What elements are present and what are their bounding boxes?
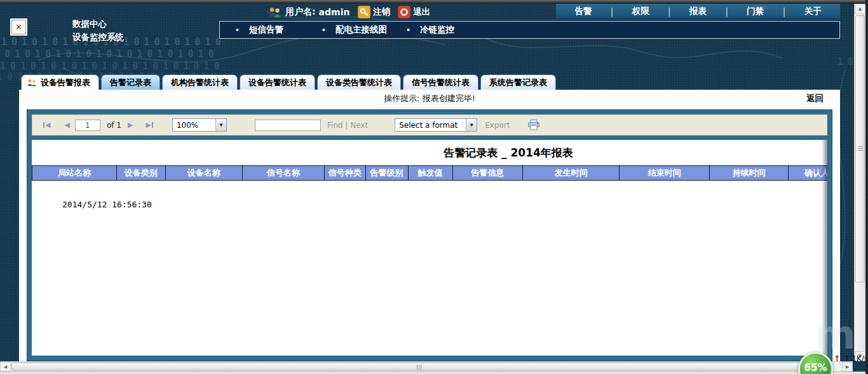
column-header-end-time: 结束时间 [620,166,710,180]
tab-org-alarm-stats[interactable]: 机构告警统计表 [162,74,238,90]
submenu-item-cold-chain[interactable]: 冷链监控 [420,24,454,36]
submenu-item-power-diagram[interactable]: 配电主接线图 [336,24,387,36]
next-link[interactable]: Next [350,121,368,130]
first-page-button[interactable]: ◀ [43,121,50,129]
column-header-trigger-value: 触发值 [409,166,453,180]
vertical-scrollbar[interactable]: ▲ ▼ [854,4,865,361]
back-link[interactable]: 返回 [806,93,824,104]
column-header-confirmer: 确认人 [789,166,827,180]
column-header-alarm-info: 告警信息 [453,166,524,180]
binary-texture: 101010101010101010101010 [0,60,221,72]
broken-image-glyph: ✕ [15,22,22,32]
tab-device-alarm-stats[interactable]: 设备告警统计表 [240,74,315,90]
speed-value: 1.1K/s [844,354,868,363]
bullet-icon: • [406,26,410,34]
column-header-occur-time: 发生时间 [523,166,620,180]
column-header-station-name: 局站名称 [32,166,117,180]
report-title: 告警记录表 _ 2014年报表 [32,140,827,160]
thumb-grip [858,146,863,152]
menu-item-permission[interactable]: 权限 [613,6,668,17]
up-arrow-icon: ▲ [858,6,862,11]
find-separator: | [345,121,348,130]
find-text-input[interactable] [255,120,321,131]
tab-system-alarm-record[interactable]: 系统告警记录表 [480,74,556,90]
select-arrow-glyph: ▼ [470,123,473,128]
window-bottom-edge [0,371,868,374]
report-tabs: 设备告警报表 告警记录表 机构告警统计表 设备告警统计表 设备类告警统计表 信号… [21,74,556,90]
submenu-item-sms-alarm[interactable]: 短信告警 [249,24,283,36]
tab-label: 信号告警统计表 [412,77,470,88]
tab-alarm-record[interactable]: 告警记录表 [101,74,160,90]
chevron-down-icon: ▼ [215,119,226,131]
export-link[interactable]: Export [485,121,510,130]
format-value: Select a format [399,121,458,130]
column-header-signal-name: 信号名称 [243,166,325,180]
column-header-signal-type: 信号种类 [325,166,366,180]
user-info: 用户名: admin [267,5,349,19]
system-title: 数据中心 设备监控系统 [72,17,124,44]
report-content: 告警记录表 _ 2014年报表 局站名称 设备类别 设备名称 信号名称 信号种类… [32,140,827,356]
tab-device-alarm-report[interactable]: 设备告警报表 [21,74,99,90]
page-number-input[interactable] [75,120,100,131]
menu-item-about[interactable]: 关于 [785,6,840,17]
binary-texture: 101010101010101010101010 [0,48,215,60]
upload-arrow-icon: ↑ [834,354,841,363]
find-link[interactable]: Find [327,121,343,130]
tab-label: 设备告警统计表 [248,77,306,88]
bullet-icon: • [235,26,240,34]
users-icon [267,7,282,18]
vertical-scrollbar-thumb[interactable] [855,15,865,282]
logout-button[interactable]: 注销 [358,5,390,19]
report-table-header-row: 局站名称 设备类别 设备名称 信号名称 信号种类 告警级别 触发值 告警信息 发… [32,165,827,181]
tab-signal-alarm-stats[interactable]: 信号告警统计表 [403,74,478,90]
find-next-links[interactable]: Find | Next [327,121,368,130]
tab-label: 设备类告警统计表 [326,77,392,88]
next-page-button[interactable]: ▶ [128,121,133,129]
first-page-bar [43,122,44,128]
menu-item-report[interactable]: 报表 [671,6,726,17]
report-generated-timestamp: 2014/5/12 16:56:30 [62,200,827,209]
window-right-edge [865,0,868,374]
export-format-select[interactable]: Select a format ▼ [395,118,477,132]
scroll-right-button[interactable]: ▶ [842,362,853,371]
top-menu-bar: 告警 | 权限 | 报表 | 门禁 | 关于 [556,4,840,18]
report-viewer-frame: ◀ ◀ of 1 ▶ ▶ 100% ▼ Find [27,109,832,361]
zoom-select[interactable]: 100% ▼ [172,118,227,132]
last-page-bar [152,122,153,128]
operation-hint: 操作提示: 报表创建完毕! [384,93,475,104]
menu-item-access-control[interactable]: 门禁 [728,6,783,17]
progress-value: 65% [804,362,827,373]
scroll-up-button[interactable]: ▲ [855,4,865,14]
right-arrow-icon: ▶ [846,364,849,370]
key-icon [358,6,370,18]
first-page-arrow-icon: ◀ [45,121,50,129]
power-icon [398,6,410,18]
scroll-left-button[interactable]: ◀ [0,362,11,371]
username-value: admin [319,7,350,17]
zoom-value: 100% [177,121,198,130]
printer-icon [527,120,540,130]
page-count-label: of 1 [107,121,121,130]
last-page-button[interactable]: ▶ [146,121,153,129]
next-page-arrow-icon: ▶ [128,121,133,129]
select-arrow-glyph: ▼ [219,123,222,128]
horizontal-scrollbar[interactable]: ◀ ▶ [0,361,853,371]
previous-page-arrow-icon: ◀ [64,121,69,129]
print-button[interactable] [527,120,540,130]
watermark: m [815,312,856,358]
menu-item-alarm[interactable]: 告警 [556,6,611,17]
hint-bar: 操作提示: 报表创建完毕! 返回 [19,90,840,107]
horizontal-scrollbar-thumb[interactable] [11,363,830,371]
left-arrow-icon: ◀ [4,364,7,370]
report-viewer-toolbar: ◀ ◀ of 1 ▶ ▶ 100% ▼ Find [32,114,827,135]
tab-label: 机构告警统计表 [171,77,229,88]
column-header-alarm-level: 告警级别 [366,166,409,180]
last-page-arrow-icon: ▶ [146,121,151,129]
tab-device-type-alarm-stats[interactable]: 设备类告警统计表 [317,74,401,90]
window-top-edge [0,0,868,4]
users-icon [26,78,37,87]
system-title-line1: 数据中心 [72,17,124,31]
exit-button[interactable]: 退出 [398,5,430,19]
column-header-duration: 持续时间 [710,166,789,180]
previous-page-button[interactable]: ◀ [64,121,69,129]
